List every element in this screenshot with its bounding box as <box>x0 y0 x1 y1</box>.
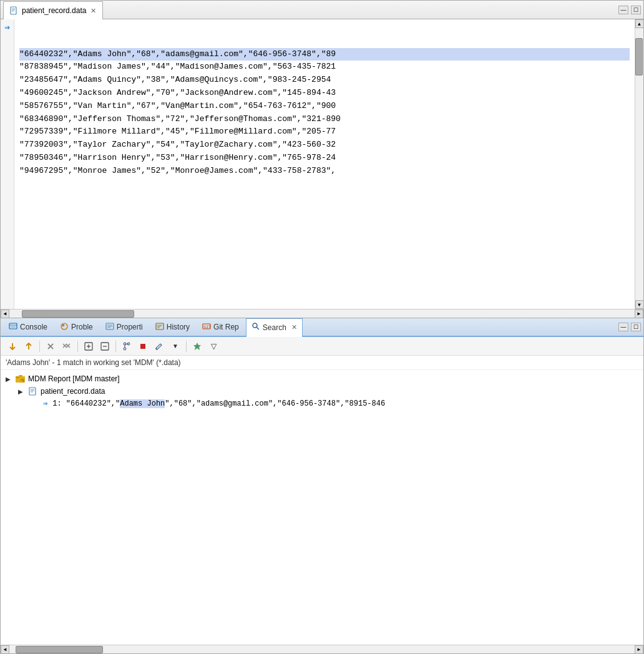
bottom-scroll-thumb[interactable] <box>16 646 103 653</box>
history-icon <box>155 322 164 333</box>
tab-properties[interactable]: Properti <box>100 318 149 336</box>
svg-rect-4 <box>9 323 17 329</box>
editor-tab-close[interactable]: ✕ <box>89 7 97 15</box>
view-menu-button[interactable]: ▽ <box>207 339 220 353</box>
tab-git-label: Git Rep <box>213 323 239 331</box>
editor-minimize-btn[interactable]: — <box>618 6 628 14</box>
search-status-text: 'Adams John' - 1 match in working set 'M… <box>6 358 181 367</box>
tab-history[interactable]: History <box>150 318 195 336</box>
editor-content: ⇒ "66440232","Adams John","68","adams@gm… <box>1 19 643 309</box>
tab-git[interactable]: GIT Git Rep <box>197 318 245 336</box>
bottom-tab-bar: Console Proble Properti <box>1 318 643 337</box>
code-area[interactable]: "66440232","Adams John","68","adams@gmai… <box>14 19 635 309</box>
scroll-thumb-h[interactable] <box>22 310 134 318</box>
properties-icon <box>105 322 114 333</box>
code-line: "68346890","Jefferson Thomas","72","Jeff… <box>19 113 630 126</box>
svg-point-20 <box>253 323 257 328</box>
vertical-scrollbar[interactable]: ▲ ▼ <box>635 19 643 309</box>
svg-rect-6 <box>11 326 16 328</box>
code-line: "87838945","Madison James","44","Madison… <box>19 61 630 74</box>
result-match: Adams John <box>120 399 165 408</box>
scroll-right-arrow[interactable]: ▶ <box>635 310 643 318</box>
code-line: "23485647","Adams Quincy","38","Adams@Qu… <box>19 74 630 87</box>
code-line: "72957339","Fillmore Millard","45","Fill… <box>19 125 630 139</box>
svg-rect-41 <box>16 376 19 378</box>
console-icon <box>9 322 17 333</box>
file-arrow[interactable]: ▶ <box>18 388 26 395</box>
svg-rect-37 <box>140 344 145 349</box>
svg-rect-45 <box>29 388 36 395</box>
result-suffix: ","68","adams@gmail.com","646-956-3748",… <box>165 399 385 408</box>
tree-result-item[interactable]: ⇒ 1: "66440232","Adams John","68","adams… <box>6 398 638 409</box>
editor-tab[interactable]: patient_record.data ✕ <box>3 1 103 19</box>
scroll-up-arrow[interactable]: ▲ <box>635 19 644 28</box>
scroll-track-h[interactable] <box>9 310 635 318</box>
search-results-tree: ▶ ⚙ MDM Report [MDM master] ▶ <box>1 370 643 645</box>
bottom-horizontal-scrollbar[interactable]: ◀ ▶ <box>1 645 643 653</box>
bottom-scroll-left[interactable]: ◀ <box>1 645 9 654</box>
tab-problems[interactable]: Proble <box>54 318 99 336</box>
sep1 <box>39 341 40 352</box>
scroll-left-arrow[interactable]: ◀ <box>1 310 9 318</box>
pin-button[interactable] <box>190 339 204 353</box>
root-label: MDM Report [MDM master] <box>28 374 120 383</box>
problems-icon <box>60 322 69 333</box>
code-line: "94967295","Monroe James","52","Monroe@J… <box>19 165 630 178</box>
scroll-thumb-v[interactable] <box>635 38 643 76</box>
search-status-bar: 'Adams John' - 1 match in working set 'M… <box>1 356 643 370</box>
git-icon: GIT <box>202 322 211 333</box>
tab-problems-label: Proble <box>71 323 93 331</box>
current-line-arrow: ⇒ <box>4 22 9 32</box>
tree-root-item[interactable]: ▶ ⚙ MDM Report [MDM master] <box>6 373 638 385</box>
expand-button[interactable] <box>82 339 95 353</box>
edit-button[interactable] <box>152 339 166 353</box>
bottom-minimize-btn[interactable]: — <box>618 323 628 331</box>
code-line: "49600245","Jackson Andrew","70","Jackso… <box>19 87 630 100</box>
editor-panel: patient_record.data ✕ — ☐ ⇒ "66440232","… <box>0 0 644 318</box>
next-match-button[interactable] <box>6 339 19 353</box>
code-line: "58576755","Van Martin","67","Van@Martin… <box>19 100 630 113</box>
cancel-button[interactable] <box>44 339 57 353</box>
sep4 <box>186 341 187 352</box>
stop-button[interactable] <box>136 339 150 353</box>
tab-console-label: Console <box>20 323 47 331</box>
editor-tab-label: patient_record.data <box>22 6 86 15</box>
code-line: "77392003","Taylor Zachary","54","Taylor… <box>19 139 630 152</box>
search-icon <box>251 322 260 333</box>
file-label: patient_record.data <box>41 387 105 396</box>
bottom-panel: Console Proble Properti <box>0 318 644 654</box>
svg-line-21 <box>256 327 259 329</box>
options-dropdown-button[interactable]: ▼ <box>168 339 182 353</box>
branch-button[interactable] <box>120 339 134 353</box>
cancel-all-button[interactable] <box>60 339 74 353</box>
svg-text:GIT: GIT <box>204 325 211 329</box>
line-indicator: ⇒ <box>1 19 14 309</box>
sep3 <box>115 341 116 352</box>
collapse-button[interactable] <box>98 339 112 353</box>
svg-point-9 <box>62 324 64 326</box>
code-line: "78950346","Harrison Henry","53","Harris… <box>19 152 630 165</box>
search-toolbar: ▼ ▽ <box>1 337 643 356</box>
tab-console[interactable]: Console <box>3 318 53 336</box>
horizontal-scrollbar[interactable]: ◀ ▶ <box>1 309 643 318</box>
tab-history-label: History <box>167 323 190 331</box>
editor-maximize-btn[interactable]: ☐ <box>631 6 641 14</box>
tab-search[interactable]: Search ✕ <box>246 318 303 337</box>
data-file-icon <box>28 386 38 396</box>
prev-match-button[interactable] <box>22 339 36 353</box>
root-arrow[interactable]: ▶ <box>6 376 13 383</box>
root-folder-icon: ⚙ <box>16 374 26 384</box>
window-controls: — ☐ <box>618 318 641 336</box>
scroll-down-arrow[interactable]: ▼ <box>635 300 644 309</box>
tab-search-close[interactable]: ✕ <box>291 323 297 331</box>
bottom-scroll-right[interactable]: ▶ <box>635 645 643 654</box>
result-arrow-icon: ⇒ <box>43 399 47 408</box>
bottom-maximize-btn[interactable]: ☐ <box>631 323 641 331</box>
tree-file-item[interactable]: ▶ patient_record.data <box>6 385 638 398</box>
code-line: "66440232","Adams John","68","adams@gmai… <box>19 48 630 61</box>
bottom-scroll-track[interactable] <box>9 645 635 654</box>
file-icon <box>9 6 19 16</box>
svg-rect-0 <box>11 7 16 14</box>
tab-properties-label: Properti <box>117 323 143 331</box>
sep2 <box>77 341 78 352</box>
